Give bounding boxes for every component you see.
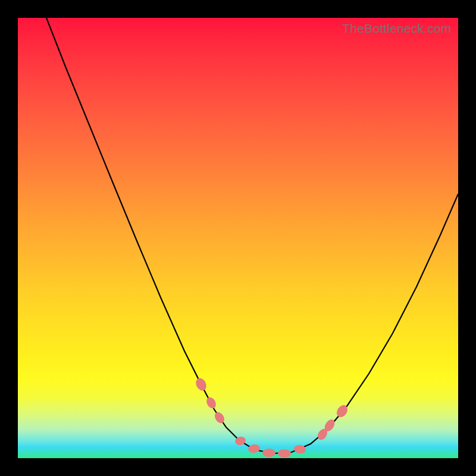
curve-marker [293,444,306,455]
chart-frame: TheBottleneck.com [0,0,476,476]
curve-marker [213,411,226,425]
plot-area: TheBottleneck.com [18,18,458,458]
curve-marker [205,396,218,410]
curve-line [46,18,458,453]
curve-marker [194,377,208,393]
bottleneck-curve [18,18,458,458]
curve-markers [194,377,350,458]
curve-marker [262,449,275,458]
curve-marker [248,444,260,453]
curve-marker [278,449,291,458]
